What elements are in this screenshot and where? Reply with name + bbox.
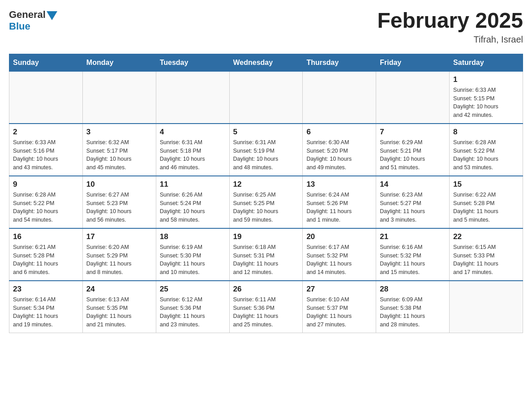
- day-number: 26: [233, 285, 299, 294]
- day-number: 4: [160, 128, 226, 137]
- calendar-cell: [82, 71, 156, 124]
- calendar-cell: 7Sunrise: 6:29 AM Sunset: 5:21 PM Daylig…: [376, 124, 450, 176]
- day-info: Sunrise: 6:16 AM Sunset: 5:32 PM Dayligh…: [380, 243, 446, 277]
- calendar-cell: [229, 71, 303, 124]
- calendar-cell: 22Sunrise: 6:15 AM Sunset: 5:33 PM Dayli…: [450, 228, 523, 281]
- day-info: Sunrise: 6:31 AM Sunset: 5:18 PM Dayligh…: [160, 138, 226, 172]
- day-info: Sunrise: 6:23 AM Sunset: 5:27 PM Dayligh…: [380, 191, 446, 224]
- calendar-cell: 13Sunrise: 6:24 AM Sunset: 5:26 PM Dayli…: [303, 176, 376, 228]
- day-number: 28: [380, 285, 446, 294]
- calendar-cell: 6Sunrise: 6:30 AM Sunset: 5:20 PM Daylig…: [303, 124, 376, 176]
- calendar-cell: 25Sunrise: 6:12 AM Sunset: 5:36 PM Dayli…: [156, 281, 229, 333]
- day-info: Sunrise: 6:31 AM Sunset: 5:19 PM Dayligh…: [233, 138, 299, 172]
- calendar-cell: 12Sunrise: 6:25 AM Sunset: 5:25 PM Dayli…: [229, 176, 303, 228]
- day-number: 19: [233, 232, 299, 241]
- day-number: 7: [380, 128, 446, 137]
- day-info: Sunrise: 6:28 AM Sunset: 5:22 PM Dayligh…: [453, 138, 519, 172]
- day-info: Sunrise: 6:18 AM Sunset: 5:31 PM Dayligh…: [233, 243, 299, 277]
- calendar-title: February 2025: [377, 9, 523, 33]
- calendar-cell: 20Sunrise: 6:17 AM Sunset: 5:32 PM Dayli…: [303, 228, 376, 281]
- calendar-cell: 9Sunrise: 6:28 AM Sunset: 5:22 PM Daylig…: [9, 176, 83, 228]
- calendar-subtitle: Tifrah, Israel: [377, 34, 523, 45]
- day-number: 13: [306, 180, 372, 189]
- calendar-week-row: 16Sunrise: 6:21 AM Sunset: 5:28 PM Dayli…: [9, 228, 523, 281]
- calendar-cell: 10Sunrise: 6:27 AM Sunset: 5:23 PM Dayli…: [82, 176, 156, 228]
- day-number: 20: [306, 232, 372, 241]
- logo-triangle-icon: [47, 11, 57, 20]
- calendar-cell: [9, 71, 83, 124]
- weekday-header-saturday: Saturday: [450, 54, 523, 71]
- weekday-header-friday: Friday: [376, 54, 450, 71]
- day-number: 5: [233, 128, 299, 137]
- calendar-cell: 19Sunrise: 6:18 AM Sunset: 5:31 PM Dayli…: [229, 228, 303, 281]
- weekday-header-thursday: Thursday: [303, 54, 376, 71]
- calendar-cell: 21Sunrise: 6:16 AM Sunset: 5:32 PM Dayli…: [376, 228, 450, 281]
- day-info: Sunrise: 6:22 AM Sunset: 5:28 PM Dayligh…: [453, 191, 519, 224]
- day-info: Sunrise: 6:15 AM Sunset: 5:33 PM Dayligh…: [453, 243, 519, 277]
- calendar-week-row: 2Sunrise: 6:33 AM Sunset: 5:16 PM Daylig…: [9, 124, 523, 176]
- calendar-cell: 3Sunrise: 6:32 AM Sunset: 5:17 PM Daylig…: [82, 124, 156, 176]
- logo: General Blue: [9, 9, 57, 32]
- calendar-week-row: 9Sunrise: 6:28 AM Sunset: 5:22 PM Daylig…: [9, 176, 523, 228]
- day-info: Sunrise: 6:09 AM Sunset: 5:38 PM Dayligh…: [380, 295, 446, 329]
- calendar-cell: 28Sunrise: 6:09 AM Sunset: 5:38 PM Dayli…: [376, 281, 450, 333]
- day-info: Sunrise: 6:21 AM Sunset: 5:28 PM Dayligh…: [13, 243, 79, 277]
- calendar-cell: 1Sunrise: 6:33 AM Sunset: 5:15 PM Daylig…: [450, 71, 523, 124]
- day-info: Sunrise: 6:14 AM Sunset: 5:34 PM Dayligh…: [13, 295, 79, 329]
- calendar-cell: 11Sunrise: 6:26 AM Sunset: 5:24 PM Dayli…: [156, 176, 229, 228]
- calendar-cell: 16Sunrise: 6:21 AM Sunset: 5:28 PM Dayli…: [9, 228, 83, 281]
- day-number: 25: [160, 285, 226, 294]
- day-info: Sunrise: 6:24 AM Sunset: 5:26 PM Dayligh…: [306, 191, 372, 224]
- day-info: Sunrise: 6:33 AM Sunset: 5:16 PM Dayligh…: [13, 138, 79, 172]
- calendar-cell: [450, 281, 523, 333]
- day-number: 10: [86, 180, 152, 189]
- calendar-cell: 5Sunrise: 6:31 AM Sunset: 5:19 PM Daylig…: [229, 124, 303, 176]
- day-number: 6: [306, 128, 372, 137]
- day-info: Sunrise: 6:25 AM Sunset: 5:25 PM Dayligh…: [233, 191, 299, 224]
- calendar-header-row: SundayMondayTuesdayWednesdayThursdayFrid…: [9, 54, 523, 71]
- day-info: Sunrise: 6:20 AM Sunset: 5:29 PM Dayligh…: [86, 243, 152, 277]
- calendar-table: SundayMondayTuesdayWednesdayThursdayFrid…: [9, 54, 523, 333]
- calendar-cell: [156, 71, 229, 124]
- calendar-cell: 4Sunrise: 6:31 AM Sunset: 5:18 PM Daylig…: [156, 124, 229, 176]
- day-number: 8: [453, 128, 519, 137]
- calendar-cell: 14Sunrise: 6:23 AM Sunset: 5:27 PM Dayli…: [376, 176, 450, 228]
- weekday-header-tuesday: Tuesday: [156, 54, 229, 71]
- calendar-cell: [376, 71, 450, 124]
- day-number: 2: [13, 128, 79, 137]
- day-number: 15: [453, 180, 519, 189]
- logo-blue-text: Blue: [9, 21, 30, 32]
- day-number: 1: [453, 75, 519, 84]
- weekday-header-sunday: Sunday: [9, 54, 83, 71]
- day-info: Sunrise: 6:30 AM Sunset: 5:20 PM Dayligh…: [306, 138, 372, 172]
- day-number: 12: [233, 180, 299, 189]
- calendar-cell: 15Sunrise: 6:22 AM Sunset: 5:28 PM Dayli…: [450, 176, 523, 228]
- day-info: Sunrise: 6:10 AM Sunset: 5:37 PM Dayligh…: [306, 295, 372, 329]
- weekday-header-monday: Monday: [82, 54, 156, 71]
- day-number: 27: [306, 285, 372, 294]
- calendar-week-row: 23Sunrise: 6:14 AM Sunset: 5:34 PM Dayli…: [9, 281, 523, 333]
- day-number: 22: [453, 232, 519, 241]
- weekday-header-wednesday: Wednesday: [229, 54, 303, 71]
- calendar-cell: 8Sunrise: 6:28 AM Sunset: 5:22 PM Daylig…: [450, 124, 523, 176]
- calendar-cell: 27Sunrise: 6:10 AM Sunset: 5:37 PM Dayli…: [303, 281, 376, 333]
- calendar-cell: 17Sunrise: 6:20 AM Sunset: 5:29 PM Dayli…: [82, 228, 156, 281]
- day-info: Sunrise: 6:28 AM Sunset: 5:22 PM Dayligh…: [13, 191, 79, 224]
- title-block: February 2025 Tifrah, Israel: [377, 9, 523, 45]
- calendar-cell: 26Sunrise: 6:11 AM Sunset: 5:36 PM Dayli…: [229, 281, 303, 333]
- day-number: 16: [13, 232, 79, 241]
- logo-general-text: General: [9, 9, 46, 21]
- day-info: Sunrise: 6:13 AM Sunset: 5:35 PM Dayligh…: [86, 295, 152, 329]
- page-header: General Blue February 2025 Tifrah, Israe…: [9, 9, 523, 45]
- day-info: Sunrise: 6:26 AM Sunset: 5:24 PM Dayligh…: [160, 191, 226, 224]
- day-info: Sunrise: 6:27 AM Sunset: 5:23 PM Dayligh…: [86, 191, 152, 224]
- day-info: Sunrise: 6:32 AM Sunset: 5:17 PM Dayligh…: [86, 138, 152, 172]
- calendar-week-row: 1Sunrise: 6:33 AM Sunset: 5:15 PM Daylig…: [9, 71, 523, 124]
- day-number: 9: [13, 180, 79, 189]
- day-number: 18: [160, 232, 226, 241]
- day-info: Sunrise: 6:17 AM Sunset: 5:32 PM Dayligh…: [306, 243, 372, 277]
- day-number: 24: [86, 285, 152, 294]
- day-number: 14: [380, 180, 446, 189]
- day-info: Sunrise: 6:33 AM Sunset: 5:15 PM Dayligh…: [453, 86, 519, 120]
- day-number: 23: [13, 285, 79, 294]
